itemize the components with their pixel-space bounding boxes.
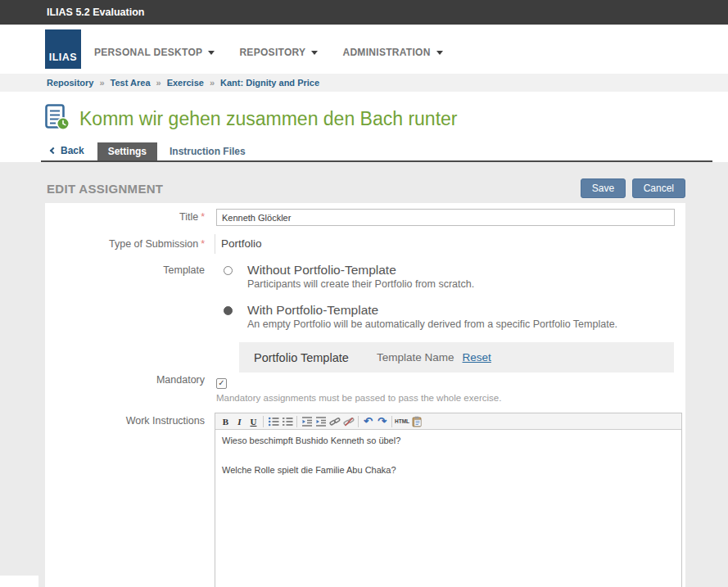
toolbar-separator (391, 416, 392, 427)
undo-icon[interactable]: ↶ (361, 415, 375, 428)
toolbar-separator (358, 416, 359, 427)
unordered-list-icon[interactable] (266, 415, 280, 428)
breadcrumb-separator: » (210, 78, 215, 88)
mandatory-label: Mandatory (45, 374, 216, 404)
portfolio-template-value: Template Name (377, 351, 454, 363)
instruction-line: Wieso beschimpft Bushido Kenneth so übel… (222, 436, 675, 446)
breadcrumb-separator: » (156, 78, 161, 88)
underline-icon[interactable]: U (246, 415, 260, 428)
chevron-down-icon (436, 51, 443, 55)
object-header: Komm wir gehen zusammen den Bach runter … (0, 92, 728, 162)
breadcrumb-item-exercise[interactable]: Exercise (167, 78, 204, 88)
required-marker: * (201, 238, 205, 250)
toolbar-separator (296, 416, 297, 427)
template-label: Template (45, 257, 216, 373)
work-instructions-label: Work Instructions (45, 413, 216, 587)
exercise-assignment-icon (45, 104, 70, 133)
editor-toolbar: B I U (215, 413, 681, 430)
outdent-icon[interactable] (300, 415, 314, 428)
insert-link-icon[interactable] (328, 415, 341, 428)
paste-from-word-icon[interactable] (409, 415, 423, 428)
chevron-down-icon (311, 51, 318, 55)
nav-item-label: PERSONAL DESKTOP (94, 47, 202, 58)
nav-menu: PERSONAL DESKTOP REPOSITORY ADMINISTRATI… (94, 47, 468, 58)
ilias-logo[interactable]: ILIAS (45, 29, 81, 69)
title-input[interactable] (216, 209, 675, 226)
option-byline: An empty Portfolio will be automatically… (247, 318, 617, 331)
title-label: Title* (45, 209, 216, 226)
submission-type-value: Portfolio (215, 234, 685, 254)
nav-item-label: REPOSITORY (239, 47, 305, 58)
breadcrumb-item-repository[interactable]: Repository (47, 78, 93, 88)
footer-corner (0, 576, 38, 587)
indent-icon[interactable] (314, 415, 328, 428)
main-nav: ILIAS PERSONAL DESKTOP REPOSITORY ADMINI… (0, 25, 728, 74)
option-title[interactable]: With Portfolio-Template (247, 302, 617, 318)
back-link-label: Back (61, 145, 84, 156)
form-row-mandatory: Mandatory ✓ Mandatory assignments must b… (45, 374, 685, 404)
app-title: ILIAS 5.2 Evaluation (47, 7, 144, 18)
form-row-work-instructions: Work Instructions B I U (45, 413, 685, 587)
edit-assignment-form: Title* Type of Submission* Portfolio Tem… (45, 203, 685, 587)
option-byline: Participants will create their Portfolio… (247, 278, 474, 291)
form-row-template: Template Without Portfolio-Template Part… (45, 257, 685, 373)
ordered-list-icon[interactable] (280, 415, 294, 428)
required-marker: * (201, 211, 205, 223)
nav-item-label: ADMINISTRATION (342, 47, 430, 58)
breadcrumb-item-kant-dignity-and-price[interactable]: Kant: Dignity and Price (220, 78, 319, 88)
breadcrumb-item-test-area[interactable]: Test Area (111, 78, 151, 88)
tab-bar: Back Settings Instruction Files (41, 142, 712, 162)
rich-text-editor: B I U (215, 413, 682, 587)
back-link[interactable]: Back (51, 145, 84, 156)
tab-instruction-files[interactable]: Instruction Files (159, 142, 256, 160)
ilias-logo-label: ILIAS (49, 52, 77, 63)
tab-settings[interactable]: Settings (97, 142, 157, 160)
form-row-title: Title* (45, 209, 685, 226)
remove-link-icon[interactable] (341, 415, 355, 428)
page-content-area: EDIT ASSIGNMENT Save Cancel Title* Type … (0, 162, 728, 587)
mandatory-byline: Mandatory assignments must be passed to … (216, 393, 685, 404)
nav-item-repository[interactable]: REPOSITORY (239, 47, 318, 58)
chevron-down-icon (208, 51, 215, 55)
option-with-template: With Portfolio-Template An empty Portfol… (216, 302, 685, 331)
bold-icon[interactable]: B (219, 415, 233, 428)
radio-without-template[interactable] (224, 266, 233, 275)
editor-content[interactable]: Wieso beschimpft Bushido Kenneth so übel… (215, 430, 681, 587)
nav-item-administration[interactable]: ADMINISTRATION (342, 47, 442, 58)
portfolio-template-subform: Portfolio Template Template Name Reset (239, 342, 674, 373)
page-title: Komm wir gehen zusammen den Bach runter (79, 108, 458, 130)
breadcrumb-separator: » (99, 78, 104, 88)
section-heading: EDIT ASSIGNMENT (47, 182, 163, 196)
save-button[interactable]: Save (581, 178, 626, 198)
form-action-buttons: Save Cancel (578, 178, 685, 198)
form-header: EDIT ASSIGNMENT Save Cancel (0, 162, 728, 198)
option-title[interactable]: Without Portfolio-Template (247, 262, 474, 278)
option-without-template: Without Portfolio-Template Participants … (216, 262, 685, 291)
checkmark-icon: ✓ (218, 379, 224, 387)
instruction-line: Welche Rolle spielt die Familie Abu Chak… (222, 465, 675, 476)
html-source-icon[interactable]: HTML (395, 415, 409, 428)
nav-item-personal-desktop[interactable]: PERSONAL DESKTOP (94, 47, 215, 58)
toolbar-separator (263, 416, 264, 427)
top-header-bar: ILIAS 5.2 Evaluation (0, 0, 728, 25)
portfolio-template-label: Portfolio Template (254, 351, 377, 364)
italic-icon[interactable]: I (233, 415, 246, 428)
submission-type-label: Type of Submission* (45, 234, 216, 254)
chevron-left-icon (50, 147, 57, 154)
breadcrumb: Repository » Test Area » Exercise » Kant… (0, 74, 728, 92)
cancel-button[interactable]: Cancel (632, 178, 685, 198)
reset-link[interactable]: Reset (463, 351, 491, 363)
form-row-submission-type: Type of Submission* Portfolio (45, 234, 685, 254)
radio-with-template[interactable] (224, 306, 233, 315)
redo-icon[interactable]: ↷ (375, 415, 389, 428)
mandatory-checkbox[interactable]: ✓ (216, 378, 227, 389)
